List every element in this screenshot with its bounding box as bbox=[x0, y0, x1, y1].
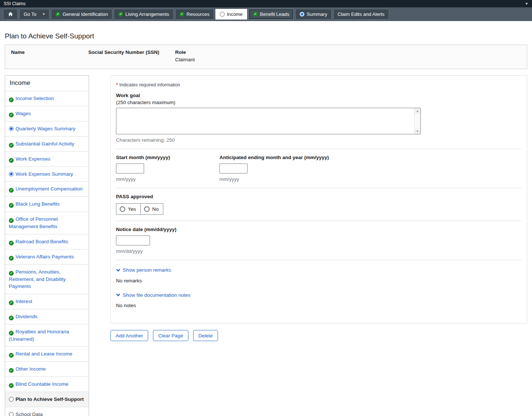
sidebar-item-other-income[interactable]: ✓Other Income bbox=[5, 361, 89, 377]
sidebar-item-work-expenses[interactable]: ✓Work Expenses bbox=[5, 151, 89, 166]
role-value: Claimant bbox=[175, 57, 521, 63]
person-role-col: Role Claimant bbox=[175, 49, 521, 63]
clear-page-button[interactable]: Clear Page bbox=[153, 330, 188, 341]
check-icon: ✓ bbox=[253, 12, 258, 17]
check-icon: ✓ bbox=[9, 241, 14, 245]
sidebar-item-black-lung-benefits[interactable]: ✓Black Lung Benefits bbox=[5, 196, 89, 212]
app-titlebar: SSI Claims ▼ bbox=[0, 0, 532, 7]
work-goal-textarea[interactable] bbox=[116, 108, 421, 134]
sidebar-item-label: Quarterly Wages Summary bbox=[16, 126, 75, 131]
sidebar-item-label: Black Lung Benefits bbox=[16, 201, 59, 207]
sidebar-item-veterans-affairs-payments[interactable]: ✓Veterans Affairs Payments bbox=[5, 249, 89, 264]
titlebar-dropdown-icon[interactable]: ▼ bbox=[525, 2, 528, 6]
sidebar-item-label: Office of Personnel Management Benefits bbox=[9, 216, 58, 229]
work-goal-label: Work goal bbox=[116, 93, 522, 98]
person-name-col: Name bbox=[11, 49, 88, 63]
ssn-label: Social Security Number (SSN) bbox=[88, 49, 175, 55]
sidebar-item-substantial-gainful-activity[interactable]: ✓Substantial Gainful Activity bbox=[5, 136, 89, 151]
tab-claim-edits-and-alerts[interactable]: Claim Edits and Alerts bbox=[333, 9, 389, 20]
sidebar-item-pensions-annuities-retirement-and-disability-payments[interactable]: ✓Pensions, Annuities, Retirement, and Di… bbox=[5, 264, 89, 294]
panel-actions: Add Another Clear Page Delete bbox=[110, 330, 527, 341]
textarea-scrollbar[interactable]: ▲ ▼ bbox=[414, 108, 420, 134]
home-icon bbox=[8, 11, 13, 17]
sidebar-item-work-expenses-summary[interactable]: Work Expenses Summary bbox=[5, 166, 89, 182]
chevron-down-icon bbox=[116, 293, 120, 297]
tab-benefit-leads[interactable]: ✓Benefit Leads bbox=[249, 9, 294, 20]
sidebar-title: Income bbox=[5, 76, 89, 91]
tab-label: Resources bbox=[187, 11, 209, 17]
circle-icon bbox=[9, 397, 14, 402]
sidebar-item-office-of-personnel-management-benefits[interactable]: ✓Office of Personnel Management Benefits bbox=[5, 212, 89, 234]
sidebar-item-quarterly-wages-summary[interactable]: Quarterly Wages Summary bbox=[5, 121, 89, 136]
tab-living-arrangements[interactable]: ✓Living Arrangements bbox=[114, 9, 174, 20]
sidebar-item-income-selection[interactable]: ✓Income Selection bbox=[5, 91, 89, 106]
check-icon: ✓ bbox=[9, 203, 14, 208]
income-sidebar: Income ✓Income Selection✓WagesQuarterly … bbox=[5, 75, 89, 416]
sidebar-item-wages[interactable]: ✓Wages bbox=[5, 106, 89, 121]
app-title: SSI Claims bbox=[4, 1, 25, 6]
pass-approved-yes-radio[interactable]: Yes bbox=[116, 204, 140, 214]
check-icon: ✓ bbox=[9, 353, 14, 358]
sidebar-item-blind-countable-income[interactable]: ✓Blind Countable Income bbox=[5, 377, 89, 392]
delete-button[interactable]: Delete bbox=[193, 330, 218, 341]
sidebar-item-unemployment-compensation[interactable]: ✓Unemployment Compensation bbox=[5, 181, 89, 196]
notice-date-input[interactable] bbox=[116, 235, 150, 245]
main-nav: Go To ▼ ✓General Identification✓Living A… bbox=[0, 7, 532, 21]
scroll-up-icon[interactable]: ▲ bbox=[415, 108, 420, 114]
sidebar-item-label: Plan to Achieve Self-Support bbox=[16, 396, 84, 402]
sidebar-item-label: Other Income bbox=[16, 366, 46, 372]
section-divider bbox=[116, 188, 522, 188]
ssn-value bbox=[88, 57, 175, 63]
check-icon: ✓ bbox=[118, 12, 123, 17]
sidebar-item-label: Wages bbox=[16, 111, 31, 116]
sidebar-item-label: Royalties and Honoraria (Unearned) bbox=[9, 329, 69, 342]
sidebar-item-label: Dividends bbox=[16, 314, 37, 319]
sidebar-item-school-data[interactable]: School Data bbox=[5, 407, 89, 416]
check-icon: ✓ bbox=[9, 113, 14, 117]
nav-tabs: ✓General Identification✓Living Arrangeme… bbox=[51, 9, 389, 20]
file-notes-content: No notes bbox=[116, 303, 522, 308]
work-goal-textarea-wrap: ▲ ▼ bbox=[116, 108, 421, 134]
sidebar-item-label: Veterans Affairs Payments bbox=[16, 254, 74, 259]
sidebar-item-label: Interest bbox=[16, 299, 32, 304]
section-divider bbox=[116, 221, 522, 221]
ending-month-input[interactable] bbox=[219, 164, 248, 173]
show-file-notes-toggle[interactable]: Show file documentation notes bbox=[116, 292, 191, 298]
chevron-down-icon bbox=[116, 268, 120, 272]
ending-month-field: Anticipated ending month and year (mm/yy… bbox=[219, 155, 329, 182]
sidebar-item-label: Railroad Board Benefits bbox=[16, 239, 68, 244]
sidebar-item-royalties-and-honoraria-unearned[interactable]: ✓Royalties and Honoraria (Unearned) bbox=[5, 324, 89, 347]
main-column: *Indicates required information Work goa… bbox=[110, 75, 527, 341]
home-button[interactable] bbox=[3, 9, 18, 20]
sidebar-item-interest[interactable]: ✓Interest bbox=[5, 294, 89, 309]
sidebar-item-rental-and-lease-income[interactable]: ✓Rental and Lease Income bbox=[5, 346, 89, 361]
required-note-text: Indicates required information bbox=[119, 82, 180, 87]
check-icon: ✓ bbox=[9, 368, 14, 373]
sidebar-item-railroad-board-benefits[interactable]: ✓Railroad Board Benefits bbox=[5, 234, 89, 249]
sidebar-item-label: Unemployment Compensation bbox=[16, 186, 83, 192]
check-icon: ✓ bbox=[9, 383, 14, 388]
sidebar-item-plan-to-achieve-self-support[interactable]: Plan to Achieve Self-Support bbox=[5, 392, 89, 407]
sidebar-item-label: Work Expenses Summary bbox=[16, 171, 73, 177]
tab-summary[interactable]: Summary bbox=[295, 9, 332, 20]
tab-label: Income bbox=[227, 11, 243, 17]
add-another-button[interactable]: Add Another bbox=[110, 330, 148, 341]
check-icon: ✓ bbox=[9, 256, 14, 261]
tab-resources[interactable]: ✓Resources bbox=[175, 9, 214, 20]
sidebar-item-label: Blind Countable Income bbox=[16, 381, 68, 387]
start-month-hint: mm/yyyy bbox=[116, 176, 219, 182]
section-divider bbox=[116, 149, 522, 149]
scroll-down-icon[interactable]: ▼ bbox=[415, 128, 420, 134]
sidebar-item-dividends[interactable]: ✓Dividends bbox=[5, 309, 89, 324]
sidebar-item-label: Substantial Gainful Activity bbox=[16, 141, 74, 147]
pass-approved-no-radio[interactable]: No bbox=[140, 204, 163, 214]
tab-income[interactable]: Income bbox=[215, 9, 247, 20]
check-icon: ✓ bbox=[9, 158, 14, 163]
tab-general-identification[interactable]: ✓General Identification bbox=[51, 9, 112, 20]
goto-dropdown[interactable]: Go To ▼ bbox=[19, 9, 50, 20]
file-notes-toggle-label: Show file documentation notes bbox=[123, 292, 191, 298]
role-label: Role bbox=[175, 49, 521, 55]
person-remarks-content: No remarks bbox=[116, 278, 522, 283]
show-person-remarks-toggle[interactable]: Show person remarks bbox=[116, 267, 171, 273]
start-month-input[interactable] bbox=[116, 164, 144, 173]
